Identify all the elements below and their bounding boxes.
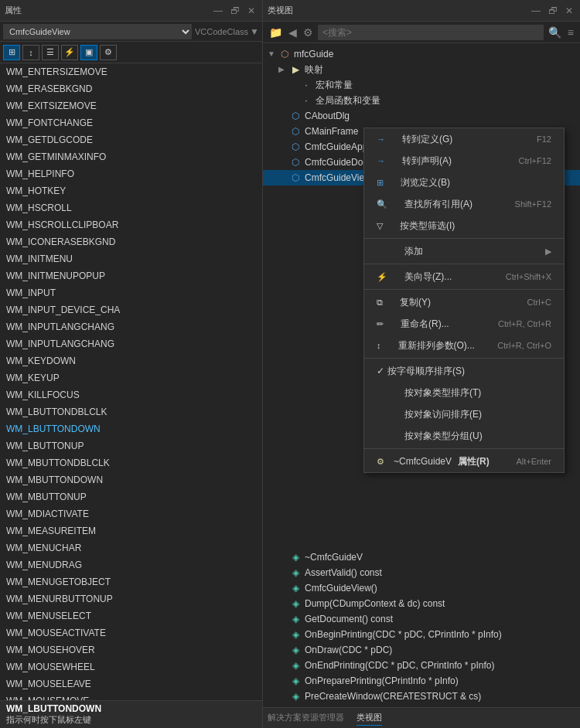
list-item[interactable]: WM_MOUSEWHEEL	[0, 658, 262, 675]
list-item[interactable]: WM_KILLFOCUS	[0, 386, 262, 403]
list-item[interactable]: WM_FONTCHANGE	[0, 114, 262, 131]
ctx-shortcut: Ctrl+R, Ctrl+O	[497, 338, 551, 353]
list-item[interactable]: WM_HSCROLLCLIPBOAR	[0, 216, 262, 233]
class-selector[interactable]: CmfcGuideView	[3, 24, 192, 39]
ctx-item[interactable]: ✏重命名(R)...Ctrl+R, Ctrl+R	[364, 313, 564, 335]
close-button[interactable]: ✕	[245, 5, 258, 17]
list-item[interactable]: WM_MBUTTONUP	[0, 488, 262, 505]
tree-item-宏和常量[interactable]: ▶·宏和常量	[263, 77, 580, 93]
list-item[interactable]: WM_KEYDOWN	[0, 352, 262, 369]
search-icon[interactable]: 🔍	[547, 26, 563, 39]
bottom-tree-item[interactable]: ◈OnPreparePrinting(CPrintInfo * pInfo)	[263, 673, 580, 689]
ctx-item[interactable]: 🔍查找所有引用(A)Shift+F12	[364, 193, 564, 215]
ctx-label: ▽按类型筛选(I)	[377, 218, 455, 233]
right-pin-btn[interactable]: —	[529, 5, 543, 17]
toolbar-btn-event[interactable]: ⚡	[61, 45, 78, 60]
pin-button[interactable]: —	[211, 5, 225, 17]
list-item[interactable]: WM_HOTKEY	[0, 182, 262, 199]
ctx-item[interactable]: ⊞浏览定义(B)	[364, 172, 564, 193]
list-item[interactable]: WM_INITMENU	[0, 250, 262, 267]
list-item[interactable]: WM_ENTERSIZEMOVE	[0, 63, 262, 80]
list-item[interactable]: WM_LBUTTONDBLCLK	[0, 403, 262, 420]
right-panel: 类视图 — 🗗 ✕ 📁 ◀ ⚙ 🔍 ≡ ▼⬡mfcGuide▶▶映射▶·宏和常量…	[263, 0, 580, 728]
bottom-tree-item[interactable]: ◈OnBeginPrinting(CDC * pDC, CPrintInfo *…	[263, 627, 580, 642]
list-item[interactable]: WM_INPUTLANGCHANG	[0, 318, 262, 335]
goto-icon: →	[377, 131, 385, 147]
list-item[interactable]: WM_ERASEBKGND	[0, 80, 262, 97]
tab-class-view[interactable]: 类视图	[357, 710, 382, 726]
bottom-tree-item[interactable]: ◈OnEndPrinting(CDC * pDC, CPrintInfo * p…	[263, 658, 580, 673]
list-item[interactable]: WM_INPUTLANGCHANG	[0, 335, 262, 352]
list-item[interactable]: WM_MBUTTONDBLCLK	[0, 454, 262, 471]
bottom-tree-item[interactable]: ◈GetDocument() const	[263, 611, 580, 627]
bottom-tree-item[interactable]: ◈~CmfcGuideV	[263, 549, 580, 565]
list-item[interactable]: WM_MOUSEMOVE	[0, 692, 262, 700]
menu-divider	[364, 238, 564, 239]
list-item[interactable]: WM_LBUTTONDOWN	[0, 420, 262, 437]
list-item[interactable]: WM_EXITSIZEMOVE	[0, 97, 262, 114]
tab-solution-explorer[interactable]: 解决方案资源管理器	[268, 710, 344, 726]
list-item[interactable]: WM_MENUGETOBJECT	[0, 573, 262, 590]
ctx-item[interactable]: 按对象访问排序(E)	[364, 403, 564, 425]
list-item[interactable]: WM_ICONERASEBKGND	[0, 233, 262, 250]
ctx-item[interactable]: →转到声明(A)Ctrl+F12	[364, 150, 564, 172]
list-item[interactable]: WM_MDIACTIVATE	[0, 505, 262, 522]
bottom-tree-item[interactable]: ◈CmfcGuideView()	[263, 580, 580, 596]
bottom-tree-item[interactable]: ◈AssertValid() const	[263, 565, 580, 580]
list-item[interactable]: WM_MENUDRAG	[0, 556, 262, 573]
ctx-item[interactable]: ⧉复制(Y)Ctrl+C	[364, 291, 564, 313]
list-item[interactable]: WM_MBUTTONDOWN	[0, 471, 262, 488]
list-item[interactable]: WM_MOUSELEAVE	[0, 675, 262, 692]
list-item[interactable]: WM_INPUT	[0, 284, 262, 301]
ctx-item[interactable]: ▽按类型筛选(I)	[364, 215, 564, 236]
goto-icon: →	[377, 153, 385, 168]
ctx-item-props[interactable]: ⚙~CmfcGuideV 属性(R)Alt+Enter	[364, 451, 564, 472]
list-item[interactable]: WM_HELPINFO	[0, 165, 262, 182]
ctx-item[interactable]: 添加▶	[364, 240, 564, 262]
list-item[interactable]: WM_MENURBUTTONUP	[0, 590, 262, 607]
bottom-tree-item[interactable]: ◈OnDraw(CDC * pDC)	[263, 642, 580, 658]
tree-item-CAboutDlg[interactable]: ▶⬡CAboutDlg	[263, 108, 580, 124]
list-item[interactable]: WM_MENUCHAR	[0, 539, 262, 556]
list-container[interactable]: WM_ENTERSIZEMOVEWM_ERASEBKGNDWM_EXITSIZE…	[0, 63, 262, 700]
list-item[interactable]: WM_HSCROLL	[0, 199, 262, 216]
ctx-item[interactable]: 按对象类型分组(U)	[364, 425, 564, 447]
bottom-tree-item[interactable]: ◈PreCreateWindow(CREATESTRUCT & cs)	[263, 689, 580, 704]
right-float-btn[interactable]: 🗗	[546, 5, 560, 17]
tree-item-全局函数和变量[interactable]: ▶·全局函数和变量	[263, 93, 580, 108]
list-item[interactable]: WM_GETMINMAXINFO	[0, 148, 262, 165]
bottom-tree-item[interactable]: ◈Dump(CDumpContext & dc) const	[263, 596, 580, 611]
toolbar-btn-list[interactable]: ☰	[42, 45, 59, 60]
toolbar-btn-grid[interactable]: ⊞	[3, 45, 20, 60]
toolbar-btn-settings[interactable]: ⚙	[100, 45, 117, 60]
dropdown-arrow[interactable]: ▼	[250, 26, 259, 37]
tree-label: CAboutDlg	[305, 109, 350, 123]
toolbar-btn-lock[interactable]: ▣	[80, 45, 97, 60]
search-input[interactable]	[318, 25, 544, 40]
ctx-item[interactable]: ⚡美向导(Z)...Ctrl+Shift+X	[364, 266, 564, 287]
float-button[interactable]: 🗗	[228, 5, 242, 17]
ctx-item[interactable]: ✓ 按字母顺序排序(S)	[364, 360, 564, 382]
tree-item-映射[interactable]: ▶▶映射	[263, 62, 580, 77]
ctx-item[interactable]: →转到定义(G)F12	[364, 128, 564, 150]
list-item[interactable]: WM_INPUT_DEVICE_CHA	[0, 301, 262, 318]
ctx-label: ⊞浏览定义(B)	[377, 175, 450, 190]
ctx-item[interactable]: 按对象类型排序(T)	[364, 382, 564, 403]
toolbar-btn-sort[interactable]: ↕	[22, 45, 39, 60]
list-item[interactable]: WM_MOUSEACTIVATE	[0, 624, 262, 641]
right-close-btn[interactable]: ✕	[563, 5, 575, 17]
folder-icon[interactable]: 📁	[268, 26, 284, 39]
list-item[interactable]: WM_KEYUP	[0, 369, 262, 386]
back-btn[interactable]: ◀	[287, 26, 299, 39]
list-item[interactable]: WM_MENUSELECT	[0, 607, 262, 624]
settings-icon[interactable]: ⚙	[302, 26, 315, 39]
tree-label: OnPreparePrinting(CPrintInfo * pInfo)	[305, 674, 459, 688]
list-item[interactable]: WM_MOUSEHOVER	[0, 641, 262, 658]
list-item[interactable]: WM_LBUTTONUP	[0, 437, 262, 454]
ctx-item[interactable]: ↕重新排列参数(O)...Ctrl+R, Ctrl+O	[364, 335, 564, 356]
tree-root[interactable]: ▼⬡mfcGuide	[263, 46, 580, 62]
list-item[interactable]: WM_INITMENUPOPUP	[0, 267, 262, 284]
list-item[interactable]: WM_GETDLGCODE	[0, 131, 262, 148]
menu-icon[interactable]: ≡	[566, 26, 575, 39]
list-item[interactable]: WM_MEASUREITEM	[0, 522, 262, 539]
